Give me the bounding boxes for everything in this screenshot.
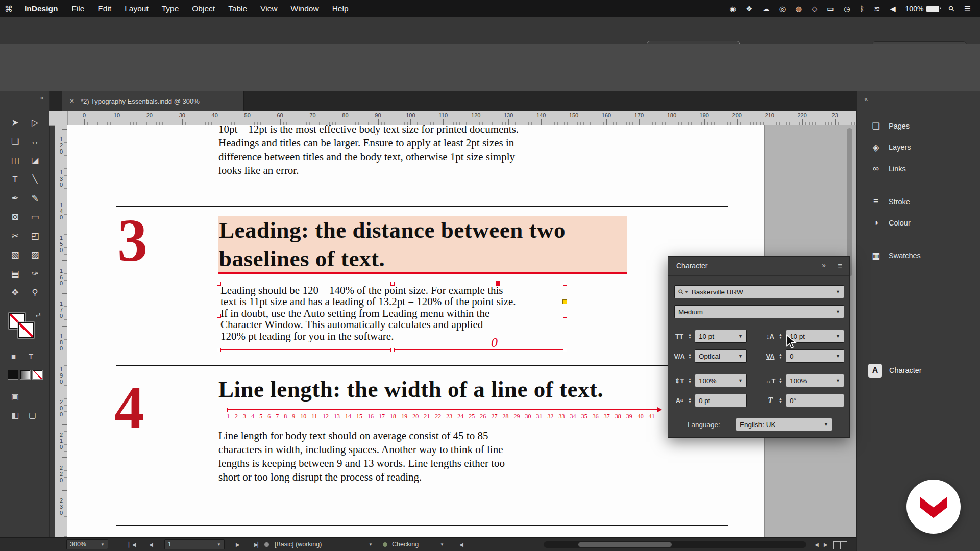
security-icon[interactable]: ◇ (812, 5, 817, 13)
font-size-field[interactable]: 10 pt▼ (695, 330, 747, 343)
note-tool-icon[interactable]: ▤ (5, 264, 25, 283)
frame-handle-bottom-right[interactable] (563, 348, 567, 352)
pencil-tool-icon[interactable]: ✎ (25, 189, 45, 208)
hand-tool-icon[interactable]: ✥ (5, 283, 25, 302)
frame-handle-top-center[interactable] (390, 282, 395, 286)
tracking-field[interactable]: 0▼ (786, 349, 844, 363)
gradient-feather-tool-icon[interactable]: ▨ (25, 245, 45, 264)
selection-tool-icon[interactable]: ➤ (5, 113, 25, 132)
formatting-text-icon[interactable]: T (29, 352, 33, 361)
scissors-tool-icon[interactable]: ✂ (5, 227, 25, 245)
dock-panel-item[interactable]: ▦ Swatches (857, 247, 980, 264)
display-icon[interactable]: ▭ (827, 5, 834, 13)
expand-dock-icon[interactable]: « (864, 95, 868, 103)
vertical-scrollbar-thumb[interactable] (847, 128, 852, 276)
baseline-shift-field[interactable]: 0 pt (695, 394, 747, 407)
menu-item[interactable]: Object (185, 4, 222, 13)
body-paragraph-type-size[interactable]: 10pt – 12pt is the most effective body t… (218, 125, 519, 178)
character-panel-header[interactable]: Character » ≡ (668, 257, 849, 276)
horizontal-scale-stepper[interactable]: ▲▼ (777, 374, 784, 387)
rectangle-frame-tool-icon[interactable]: ⊠ (5, 208, 25, 227)
menu-item[interactable]: Help (326, 4, 355, 13)
frame-handle-mid-left[interactable] (217, 314, 221, 318)
swap-fill-stroke-icon[interactable]: ⇄ (36, 311, 41, 318)
screen-record-icon[interactable]: ◉ (730, 5, 737, 13)
collapse-panel-icon[interactable]: » (822, 261, 826, 269)
line-tool-icon[interactable]: ╲ (25, 170, 45, 189)
dropbox-icon[interactable]: ❖ (746, 5, 752, 13)
kerning-field[interactable]: Optical▼ (695, 349, 747, 363)
normal-view-icon[interactable]: ◧ (11, 410, 19, 420)
gradient-swatch-tool-icon[interactable]: ▧ (5, 245, 25, 264)
first-page-button[interactable]: ▏◀ (129, 539, 135, 549)
preflight-status[interactable]: Checking (392, 541, 419, 548)
preflight-profile[interactable]: [Basic] (working) (275, 541, 322, 548)
app-menu-title[interactable]: InDesign (17, 4, 65, 13)
horizontal-scrollbar-thumb[interactable] (578, 542, 672, 547)
dock-panel-item[interactable]: ◈ Layers (857, 139, 980, 156)
document-tab[interactable]: ✕ *2) Typography Essentials.indd @ 300% (62, 91, 244, 111)
frame-yellow-corner-handle[interactable] (562, 299, 567, 304)
section-numeral-3[interactable]: 3 (117, 211, 148, 271)
menu-item[interactable]: Table (222, 4, 254, 13)
content-collector-tool-icon[interactable]: ◫ (5, 151, 25, 170)
zoom-tool-icon[interactable]: ⚲ (25, 283, 45, 302)
preflight-chevron-icon[interactable]: ▼ (369, 539, 372, 549)
direct-selection-tool-icon[interactable]: ▷ (25, 113, 45, 132)
scroll-nav-left-icon[interactable]: ◀ (815, 539, 818, 549)
panel-menu-icon[interactable]: ≡ (838, 261, 842, 270)
gap-tool-icon[interactable]: ↔ (25, 132, 45, 151)
horizontal-scrollbar[interactable] (544, 541, 806, 548)
menu-item[interactable]: File (65, 4, 91, 13)
horizontal-scale-field[interactable]: 100%▼ (786, 374, 844, 387)
skew-field[interactable]: 0° (786, 394, 844, 407)
font-style-field[interactable]: Medium▼ (674, 305, 844, 318)
type-tool-icon[interactable]: T (5, 170, 25, 189)
page-number-field[interactable]: 1▼ (164, 539, 225, 549)
browser-icon[interactable]: ◎ (779, 5, 786, 13)
section-heading-leading-line1[interactable]: Leading: the distance between two (219, 217, 566, 243)
status-chevron-icon[interactable]: ▼ (440, 539, 444, 549)
last-page-button[interactable]: ▶▏ (254, 539, 261, 549)
section-numeral-4[interactable]: 4 (114, 378, 144, 438)
frame-handle-bottom-center[interactable] (390, 348, 395, 352)
dock-panel-item[interactable]: ∞ Links (857, 160, 980, 178)
section-heading-line-length[interactable]: Line length: the width of a line of text… (218, 376, 603, 403)
frame-in-port-handle[interactable] (496, 281, 500, 286)
leading-stepper[interactable]: ▲▼ (777, 330, 784, 343)
volume-icon[interactable]: ◀ (890, 5, 895, 13)
kerning-stepper[interactable]: ▲▼ (687, 349, 693, 363)
content-placer-tool-icon[interactable]: ◪ (25, 151, 45, 170)
apply-none-swatch[interactable] (33, 370, 42, 379)
body-paragraph-line-length[interactable]: Line length for body text should on aver… (218, 429, 505, 484)
time-machine-icon[interactable]: ◷ (844, 5, 850, 13)
spread-view-icon[interactable] (833, 541, 847, 549)
rectangle-tool-icon[interactable]: ▭ (25, 208, 45, 227)
selected-text-frame[interactable]: Leading should be 120 – 140% of the poin… (219, 284, 565, 350)
frame-handle-top-left[interactable] (217, 282, 221, 286)
close-tab-icon[interactable]: ✕ (69, 97, 75, 105)
pen-tool-icon[interactable]: ✒ (5, 189, 25, 208)
tracking-stepper[interactable]: ▲▼ (777, 349, 784, 363)
free-transform-tool-icon[interactable]: ◰ (25, 227, 45, 245)
previous-page-button[interactable]: ◀ (149, 539, 153, 549)
spotlight-icon[interactable]: ⚲ (947, 4, 957, 14)
preview-view-icon[interactable]: ▢ (29, 410, 36, 420)
menu-item[interactable]: Type (155, 4, 186, 13)
view-options-icon[interactable]: ▣ (11, 392, 19, 402)
vertical-ruler[interactable]: 120130140150160170180190200210220230 (55, 111, 68, 537)
formatting-container-icon[interactable]: ■ (11, 352, 16, 361)
scroll-left-icon[interactable]: ◀ (459, 539, 463, 549)
stroke-color-selector[interactable] (18, 322, 34, 338)
battery-indicator[interactable]: 100% (905, 5, 940, 13)
zoom-level-field[interactable]: 300%▼ (66, 539, 108, 549)
wifi-icon[interactable]: ≋ (874, 5, 880, 13)
menu-item[interactable]: Layout (118, 4, 155, 13)
apply-color-swatch[interactable] (8, 370, 18, 379)
menu-item[interactable]: View (254, 4, 284, 13)
floating-logo-badge[interactable] (906, 480, 961, 534)
dock-panel-item[interactable]: ◑ Colour (857, 214, 980, 232)
dock-panel-item[interactable]: ❏ Pages (857, 117, 980, 135)
section-heading-leading-line2[interactable]: baselines of text. (219, 245, 385, 272)
font-family-field[interactable]: ⚲ ▼ Baskerville URW ▼ (674, 285, 844, 298)
